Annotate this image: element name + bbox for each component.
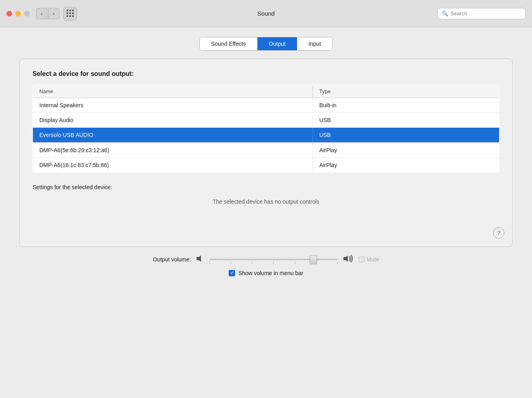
device-name: DMP-A6(16:1c:83:c7:5b:86) [33,157,313,172]
slider-thumb[interactable] [310,255,317,264]
help-button[interactable]: ? [493,227,504,239]
search-input[interactable] [451,10,521,16]
col-name-header: Name [33,85,313,98]
volume-low-icon [196,254,205,265]
nav-buttons: ‹ › [36,8,59,19]
no-controls-text: The selected device has no output contro… [32,198,500,205]
device-name: Internal Speakers [33,98,313,113]
traffic-lights [6,11,30,16]
device-type: Built-in [313,98,499,113]
slider-ticks [209,262,338,264]
svg-marker-1 [343,255,348,262]
svg-marker-0 [197,255,201,262]
device-type: USB [313,128,499,143]
grid-icon [67,10,74,17]
table-row-selected[interactable]: Eversolo USB AUDIO USB [33,128,500,143]
back-button[interactable]: ‹ [36,8,47,19]
window-title: Sound [257,10,274,17]
volume-label: Output volume: [153,256,191,263]
volume-high-icon [343,254,354,265]
device-name: DMP-A6(5e:6b:29:c3:12:a6) [33,143,313,158]
forward-button[interactable]: › [48,8,59,19]
mute-checkbox[interactable] [359,257,364,262]
device-type: USB [313,113,499,128]
checkmark-icon: ✓ [230,270,234,276]
output-panel: Select a device for sound output: Name T… [19,59,513,247]
close-button[interactable] [6,11,12,16]
grid-view-button[interactable] [63,7,77,20]
panel-heading: Select a device for sound output: [32,70,500,78]
table-row[interactable]: DMP-A6(5e:6b:29:c3:12:a6) AirPlay [33,143,500,158]
device-type: AirPlay [313,143,499,158]
show-volume-label: Show volume in menu bar [238,270,303,276]
volume-row: Output volume: [39,254,493,265]
bottom-controls: Output volume: [19,247,513,276]
show-volume-checkbox[interactable]: ✓ [229,270,235,276]
table-row[interactable]: Internal Speakers Built-in [33,98,500,113]
settings-label: Settings for the selected device: [32,184,500,190]
device-name: Eversolo USB AUDIO [33,128,313,143]
col-type-header: Type [313,85,499,98]
mute-label: Mute [367,256,379,263]
device-name: Display Audio [33,113,313,128]
minimize-button[interactable] [15,11,21,16]
device-type: AirPlay [313,157,499,172]
titlebar: ‹ › Sound 🔍 [0,0,532,27]
zoom-button[interactable] [24,11,30,16]
tab-bar: Sound Effects Output Input [199,37,333,51]
device-table: Name Type Internal Speakers Built-in Dis… [32,85,500,173]
search-box[interactable]: 🔍 [437,8,526,19]
tab-sound-effects[interactable]: Sound Effects [200,37,258,50]
search-icon: 🔍 [442,10,448,16]
volume-slider[interactable] [209,259,338,260]
main-content: Sound Effects Output Input Select a devi… [0,27,532,286]
tab-output[interactable]: Output [258,37,297,50]
show-volume-row: ✓ Show volume in menu bar [39,270,493,276]
table-row[interactable]: DMP-A6(16:1c:83:c7:5b:86) AirPlay [33,157,500,172]
table-row[interactable]: Display Audio USB [33,113,500,128]
mute-checkbox-row: Mute [359,256,379,263]
tab-input[interactable]: Input [297,37,332,50]
